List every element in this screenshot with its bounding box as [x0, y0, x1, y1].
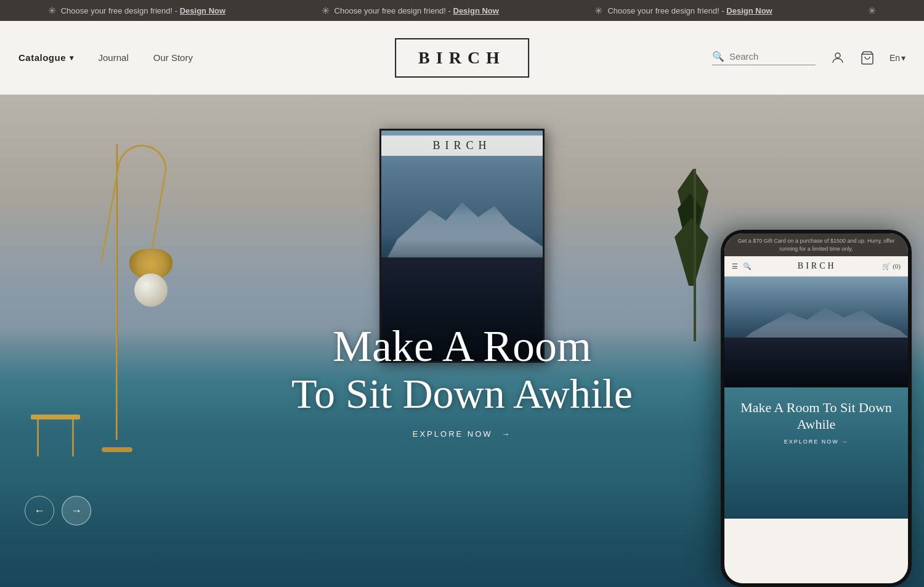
phone-explore-button[interactable]: EXPLORE NOW → — [734, 439, 899, 445]
announcement-text-1: Choose your free design friend! - Design… — [61, 6, 225, 15]
phone-mockup: Get a $70 Gift Card on a purchase of $15… — [721, 230, 912, 587]
phone-hero-title: Make A Room To Sit Down Awhile — [734, 400, 899, 432]
nav-left: Catalogue ▾ Journal Our Story — [18, 52, 193, 63]
star-icon-3: ✳ — [594, 5, 602, 17]
header: Catalogue ▾ Journal Our Story BIRCH 🔍 — [0, 21, 924, 95]
phone-hero-image — [724, 277, 908, 387]
cart-icon[interactable] — [860, 51, 875, 65]
announcement-item-3: ✳ Choose your free design friend! - Desi… — [594, 5, 772, 17]
phone-header: ☰ 🔍 BIRCH 🛒 (0) — [724, 256, 908, 277]
lang-chevron-icon: ▾ — [901, 53, 906, 63]
next-arrow-icon: → — [71, 504, 82, 517]
logo-box[interactable]: BIRCH — [395, 38, 529, 78]
frame-birch-logo: BIRCH — [381, 136, 543, 156]
lamp-globe — [134, 273, 168, 307]
phone-header-left-icons: ☰ 🔍 — [732, 262, 752, 270]
search-input[interactable] — [729, 51, 816, 62]
carousel-prev-button[interactable]: ← — [25, 496, 54, 525]
star-icon-2: ✳ — [322, 5, 330, 17]
nav-right: 🔍 En ▾ — [712, 51, 906, 65]
lamp-base — [102, 447, 132, 452]
our-story-link[interactable]: Our Story — [153, 52, 193, 63]
search-bar: 🔍 — [712, 51, 816, 65]
phone-menu-icon: ☰ — [732, 262, 738, 270]
announcement-text-2: Choose your free design friend! - Design… — [334, 6, 499, 15]
journal-link[interactable]: Journal — [99, 52, 129, 63]
plant-stem — [694, 169, 696, 341]
design-now-link-1[interactable]: Design Now — [180, 6, 225, 15]
account-icon[interactable] — [830, 51, 845, 65]
phone-hero-text: Make A Room To Sit Down Awhile EXPLORE N… — [724, 387, 908, 457]
star-icon-1: ✳ — [48, 5, 56, 17]
carousel-next-button[interactable]: → — [62, 496, 91, 525]
explore-now-button[interactable]: EXPLORE NOW → — [413, 429, 511, 439]
star-icon-4: ✳ — [868, 5, 876, 17]
phone-screen: Get a $70 Gift Card on a purchase of $15… — [724, 233, 908, 583]
design-now-link-2[interactable]: Design Now — [453, 6, 499, 15]
language-selector[interactable]: En ▾ — [890, 53, 906, 63]
prev-arrow-icon: ← — [34, 504, 45, 517]
announcement-item-2: ✳ Choose your free design friend! - Desi… — [322, 5, 499, 17]
phone-cart-icon: 🛒 (0) — [882, 262, 901, 270]
catalogue-button[interactable]: Catalogue ▾ — [18, 52, 74, 63]
explore-arrow-icon: → — [501, 429, 511, 439]
svg-point-0 — [835, 53, 840, 58]
hero-section: BIRCH Make A Room To Sit Down Awhile EXP… — [0, 95, 924, 587]
phone-sofa-area — [724, 457, 908, 519]
announcement-text-3: Choose your free design friend! - Design… — [607, 6, 772, 15]
plant-leaf-3 — [675, 218, 708, 286]
catalogue-label: Catalogue — [18, 52, 66, 63]
logo-center: BIRCH — [395, 38, 529, 78]
plant-decoration — [671, 156, 708, 341]
phone-header-right-icons: 🛒 (0) — [882, 262, 901, 270]
phone-search-icon: 🔍 — [743, 262, 752, 270]
lang-label: En — [890, 53, 900, 63]
phone-brand-logo: BIRCH — [798, 261, 837, 271]
phone-water-reflection — [724, 338, 908, 387]
announcement-bar: ✳ Choose your free design friend! - Desi… — [0, 0, 924, 21]
brand-logo: BIRCH — [418, 48, 506, 67]
chevron-down-icon: ▾ — [70, 54, 74, 62]
phone-promo-text: Get a $70 Gift Card on a purchase of $15… — [738, 238, 894, 252]
design-now-link-3[interactable]: Design Now — [726, 6, 772, 15]
search-icon: 🔍 — [712, 51, 724, 62]
announcement-item-1: ✳ Choose your free design friend! - Desi… — [48, 5, 225, 17]
phone-promo-bar: Get a $70 Gift Card on a purchase of $15… — [724, 233, 908, 256]
